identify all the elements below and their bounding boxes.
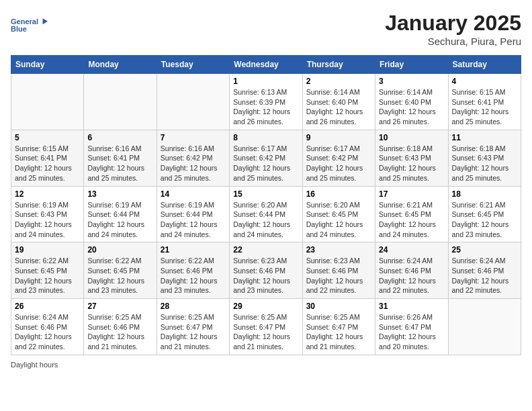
header-friday: Friday	[375, 56, 448, 74]
header-monday: Monday	[84, 56, 157, 74]
header-tuesday: Tuesday	[157, 56, 229, 74]
day-info: Sunrise: 6:22 AMSunset: 6:45 PMDaylight:…	[15, 256, 80, 295]
day-cell: 7 Sunrise: 6:16 AMSunset: 6:42 PMDayligh…	[157, 130, 229, 186]
day-cell: 22 Sunrise: 6:23 AMSunset: 6:46 PMDaylig…	[230, 242, 302, 299]
day-info: Sunrise: 6:20 AMSunset: 6:45 PMDaylight:…	[306, 200, 371, 240]
day-info: Sunrise: 6:20 AMSunset: 6:44 PMDaylight:…	[233, 200, 298, 240]
day-number: 24	[379, 245, 444, 255]
day-info: Sunrise: 6:23 AMSunset: 6:46 PMDaylight:…	[306, 256, 371, 295]
day-number: 7	[161, 133, 226, 142]
day-info: Sunrise: 6:16 AMSunset: 6:42 PMDaylight:…	[161, 144, 226, 183]
day-cell: 30 Sunrise: 6:25 AMSunset: 6:47 PMDaylig…	[302, 299, 375, 355]
day-cell: 8 Sunrise: 6:17 AMSunset: 6:42 PMDayligh…	[230, 130, 302, 186]
day-cell: 6 Sunrise: 6:16 AMSunset: 6:41 PMDayligh…	[84, 130, 157, 186]
day-number: 20	[87, 245, 152, 255]
footer: Daylight hours	[11, 361, 521, 369]
day-cell: 19 Sunrise: 6:22 AMSunset: 6:45 PMDaylig…	[11, 242, 84, 299]
day-number: 2	[306, 77, 371, 86]
day-info: Sunrise: 6:22 AMSunset: 6:45 PMDaylight:…	[87, 256, 152, 295]
day-info: Sunrise: 6:21 AMSunset: 6:45 PMDaylight:…	[379, 200, 444, 240]
page-header: General Blue January 2025 Sechura, Piura…	[11, 11, 521, 47]
day-info: Sunrise: 6:17 AMSunset: 6:42 PMDaylight:…	[233, 144, 298, 183]
day-number: 6	[87, 133, 152, 142]
day-info: Sunrise: 6:25 AMSunset: 6:47 PMDaylight:…	[161, 312, 226, 352]
day-number: 31	[379, 302, 444, 311]
day-info: Sunrise: 6:21 AMSunset: 6:45 PMDaylight:…	[452, 200, 517, 240]
day-number: 27	[87, 302, 152, 311]
day-info: Sunrise: 6:22 AMSunset: 6:46 PMDaylight:…	[161, 256, 226, 295]
day-cell: 3 Sunrise: 6:14 AMSunset: 6:40 PMDayligh…	[375, 74, 448, 130]
day-cell: 21 Sunrise: 6:22 AMSunset: 6:46 PMDaylig…	[157, 242, 229, 299]
day-info: Sunrise: 6:25 AMSunset: 6:47 PMDaylight:…	[233, 312, 298, 352]
day-cell	[84, 74, 157, 130]
day-number: 18	[452, 189, 517, 199]
day-cell: 23 Sunrise: 6:23 AMSunset: 6:46 PMDaylig…	[302, 242, 375, 299]
day-info: Sunrise: 6:13 AMSunset: 6:39 PMDaylight:…	[233, 87, 298, 127]
day-number: 12	[15, 189, 80, 199]
day-cell: 20 Sunrise: 6:22 AMSunset: 6:45 PMDaylig…	[84, 242, 157, 299]
day-cell: 4 Sunrise: 6:15 AMSunset: 6:41 PMDayligh…	[448, 74, 521, 130]
svg-marker-2	[43, 18, 48, 24]
logo-svg: General Blue	[11, 11, 48, 41]
day-cell: 2 Sunrise: 6:14 AMSunset: 6:40 PMDayligh…	[302, 74, 375, 130]
day-cell: 1 Sunrise: 6:13 AMSunset: 6:39 PMDayligh…	[230, 74, 302, 130]
day-cell	[157, 74, 229, 130]
day-number: 25	[452, 245, 517, 255]
day-number: 30	[306, 302, 371, 311]
day-cell: 12 Sunrise: 6:19 AMSunset: 6:43 PMDaylig…	[11, 186, 84, 242]
day-cell: 25 Sunrise: 6:24 AMSunset: 6:46 PMDaylig…	[448, 242, 521, 299]
day-cell: 14 Sunrise: 6:19 AMSunset: 6:44 PMDaylig…	[157, 186, 229, 242]
day-cell: 18 Sunrise: 6:21 AMSunset: 6:45 PMDaylig…	[448, 186, 521, 242]
day-number: 16	[306, 189, 371, 199]
day-info: Sunrise: 6:17 AMSunset: 6:42 PMDaylight:…	[306, 144, 371, 183]
day-number: 21	[161, 245, 226, 255]
svg-text:General: General	[11, 17, 38, 26]
day-number: 15	[233, 189, 298, 199]
day-cell: 29 Sunrise: 6:25 AMSunset: 6:47 PMDaylig…	[230, 299, 302, 355]
day-info: Sunrise: 6:26 AMSunset: 6:47 PMDaylight:…	[379, 312, 444, 352]
weekday-header-row: Sunday Monday Tuesday Wednesday Thursday…	[11, 56, 521, 74]
day-cell: 31 Sunrise: 6:26 AMSunset: 6:47 PMDaylig…	[375, 299, 448, 355]
day-number: 17	[379, 189, 444, 199]
svg-text:Blue: Blue	[11, 25, 27, 33]
day-info: Sunrise: 6:19 AMSunset: 6:43 PMDaylight:…	[15, 200, 80, 240]
day-info: Sunrise: 6:15 AMSunset: 6:41 PMDaylight:…	[15, 144, 80, 183]
day-number: 13	[87, 189, 152, 199]
day-cell: 28 Sunrise: 6:25 AMSunset: 6:47 PMDaylig…	[157, 299, 229, 355]
week-row-5: 26 Sunrise: 6:24 AMSunset: 6:46 PMDaylig…	[11, 299, 521, 355]
day-number: 11	[452, 133, 517, 142]
week-row-2: 5 Sunrise: 6:15 AMSunset: 6:41 PMDayligh…	[11, 130, 521, 186]
day-info: Sunrise: 6:24 AMSunset: 6:46 PMDaylight:…	[379, 256, 444, 295]
day-cell	[448, 299, 521, 355]
week-row-3: 12 Sunrise: 6:19 AMSunset: 6:43 PMDaylig…	[11, 186, 521, 242]
calendar-table: Sunday Monday Tuesday Wednesday Thursday…	[11, 55, 521, 355]
header-wednesday: Wednesday	[230, 56, 302, 74]
day-number: 23	[306, 245, 371, 255]
day-info: Sunrise: 6:19 AMSunset: 6:44 PMDaylight:…	[87, 200, 152, 240]
day-number: 3	[379, 77, 444, 86]
day-cell	[11, 74, 84, 130]
day-number: 9	[306, 133, 371, 142]
day-cell: 17 Sunrise: 6:21 AMSunset: 6:45 PMDaylig…	[375, 186, 448, 242]
day-number: 10	[379, 133, 444, 142]
day-number: 28	[161, 302, 226, 311]
day-cell: 9 Sunrise: 6:17 AMSunset: 6:42 PMDayligh…	[302, 130, 375, 186]
day-cell: 11 Sunrise: 6:18 AMSunset: 6:43 PMDaylig…	[448, 130, 521, 186]
day-info: Sunrise: 6:18 AMSunset: 6:43 PMDaylight:…	[452, 144, 517, 183]
logo: General Blue	[11, 11, 48, 41]
month-title: January 2025	[385, 11, 521, 36]
header-saturday: Saturday	[448, 56, 521, 74]
day-number: 1	[233, 77, 298, 86]
title-block: January 2025 Sechura, Piura, Peru	[385, 11, 521, 47]
day-number: 26	[15, 302, 80, 311]
day-info: Sunrise: 6:25 AMSunset: 6:46 PMDaylight:…	[87, 312, 152, 352]
day-number: 4	[452, 77, 517, 86]
day-cell: 26 Sunrise: 6:24 AMSunset: 6:46 PMDaylig…	[11, 299, 84, 355]
day-cell: 10 Sunrise: 6:18 AMSunset: 6:43 PMDaylig…	[375, 130, 448, 186]
week-row-1: 1 Sunrise: 6:13 AMSunset: 6:39 PMDayligh…	[11, 74, 521, 130]
day-info: Sunrise: 6:15 AMSunset: 6:41 PMDaylight:…	[452, 87, 517, 127]
day-info: Sunrise: 6:24 AMSunset: 6:46 PMDaylight:…	[15, 312, 80, 352]
day-info: Sunrise: 6:23 AMSunset: 6:46 PMDaylight:…	[233, 256, 298, 295]
day-info: Sunrise: 6:24 AMSunset: 6:46 PMDaylight:…	[452, 256, 517, 295]
header-sunday: Sunday	[11, 56, 84, 74]
